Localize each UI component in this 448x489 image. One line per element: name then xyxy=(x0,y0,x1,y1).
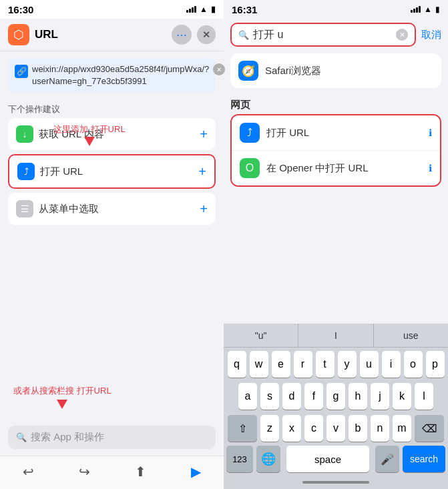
safari-icon: 🧭 xyxy=(238,61,258,81)
nav-forward-icon[interactable]: ↪ xyxy=(79,464,90,480)
action-icon-blue: ⤴ xyxy=(17,163,35,180)
key-i[interactable]: i xyxy=(382,351,401,378)
action-icon-green: ↓ xyxy=(16,125,33,143)
bottom-nav-left: ↩ ↪ ⬆ ▶ xyxy=(0,456,224,489)
action-icon-gray: ☰ xyxy=(16,200,33,217)
opener-label: 在 Opener 中打开 URL xyxy=(266,162,422,175)
key-row-1: q w e r t y u i o p xyxy=(224,348,448,380)
wifi-icon-right: ▲ xyxy=(424,5,432,14)
left-panel: 16:30 ▲ ▮ ⬡ URL ⋯ ✕ 🔗 weixin://app/wxd93… xyxy=(0,0,224,489)
opener-info-icon[interactable]: ℹ xyxy=(429,163,432,173)
key-l[interactable]: l xyxy=(415,383,433,410)
search-input-box[interactable]: 🔍 ✕ xyxy=(230,23,416,47)
key-x[interactable]: x xyxy=(282,415,301,442)
action-item-menu[interactable]: ☰ 从菜单中选取 + xyxy=(8,193,216,225)
bottom-annotation: 或者从搜索栏搜 打开URL xyxy=(13,385,111,409)
key-h[interactable]: h xyxy=(349,383,367,410)
add-menu-button[interactable]: + xyxy=(200,201,208,217)
suggestion-right[interactable]: use xyxy=(374,324,448,347)
web-section-header: 网页 xyxy=(224,92,448,114)
add-get-url-button[interactable]: + xyxy=(200,127,208,142)
key-v[interactable]: v xyxy=(326,415,345,442)
key-mic[interactable]: 🎤 xyxy=(375,446,399,472)
key-c[interactable]: c xyxy=(304,415,323,442)
key-j[interactable]: j xyxy=(371,383,389,410)
action-item-open-url[interactable]: ⤴ 打开 URL + xyxy=(8,154,216,189)
url-icon: 🔗 xyxy=(15,65,28,78)
bottom-annotation-text: 或者从搜索栏搜 打开URL xyxy=(13,385,111,397)
cancel-button[interactable]: 取消 xyxy=(421,29,441,41)
web-result-opener[interactable]: O 在 Opener 中打开 URL ℹ xyxy=(232,151,440,185)
signal-icon xyxy=(186,6,196,13)
url-text: weixin://app/wxd930ea5d5a258f4f/jumpWxa/… xyxy=(32,63,209,87)
key-row-2: a s d f g h j k l xyxy=(224,380,448,412)
search-icon-left: 🔍 xyxy=(16,432,27,442)
key-q[interactable]: q xyxy=(228,351,246,378)
section-label: 下个操作建议 xyxy=(0,99,224,118)
add-open-url-button[interactable]: + xyxy=(198,164,206,179)
key-s[interactable]: s xyxy=(260,383,279,410)
suggestion-mid[interactable]: I xyxy=(298,324,373,347)
key-z[interactable]: z xyxy=(260,415,279,442)
key-row-3: ⇧ z x c v b n m ⌫ xyxy=(224,412,448,444)
key-g[interactable]: g xyxy=(326,383,345,410)
url-box: 🔗 weixin://app/wxd930ea5d5a258f4f/jumpWx… xyxy=(8,58,216,93)
arrow-down-icon-2 xyxy=(57,400,67,409)
action-list: ↓ 获取 URL 内容 + ⤴ 打开 URL + ☰ 从菜单中选取 + xyxy=(8,118,216,229)
search-bar-left[interactable]: 🔍 搜索 App 和操作 xyxy=(8,426,216,449)
search-placeholder-left: 搜索 App 和操作 xyxy=(31,431,104,444)
close-button[interactable]: ✕ xyxy=(197,25,216,44)
web-result-open-url[interactable]: ⤴ 打开 URL ℹ xyxy=(232,115,440,151)
search-input[interactable] xyxy=(253,29,392,41)
key-n[interactable]: n xyxy=(371,415,389,442)
action-item-get-url[interactable]: ↓ 获取 URL 内容 + xyxy=(8,118,216,150)
signal-icon-right xyxy=(411,6,421,13)
key-space[interactable]: space xyxy=(286,446,369,472)
key-m[interactable]: m xyxy=(393,415,411,442)
key-y[interactable]: y xyxy=(338,351,357,378)
key-t[interactable]: t xyxy=(316,351,334,378)
key-emoji[interactable]: 🌐 xyxy=(256,446,280,472)
nav-bar-left: ⬡ URL ⋯ ✕ xyxy=(0,19,224,51)
key-a[interactable]: a xyxy=(238,383,257,410)
key-shift[interactable]: ⇧ xyxy=(228,415,257,442)
suggestion-left[interactable]: "u" xyxy=(224,324,298,347)
nav-share-icon[interactable]: ⬆ xyxy=(135,464,146,480)
open-url-info-icon[interactable]: ℹ xyxy=(429,127,432,138)
safari-result-section: 🧭 Safari浏览器 xyxy=(230,53,441,88)
opener-icon: O xyxy=(240,158,260,178)
nav-play-icon[interactable]: ▶ xyxy=(191,464,201,480)
time-right: 16:31 xyxy=(232,4,257,15)
nav-back-icon[interactable]: ↩ xyxy=(23,464,34,480)
open-url-label: 打开 URL xyxy=(266,127,422,139)
battery-icon: ▮ xyxy=(211,5,216,14)
key-b[interactable]: b xyxy=(349,415,367,442)
url-close-button[interactable]: ✕ xyxy=(213,63,225,75)
key-d[interactable]: d xyxy=(282,383,301,410)
clear-search-button[interactable]: ✕ xyxy=(396,29,408,41)
status-bar-left: 16:30 ▲ ▮ xyxy=(0,0,224,19)
key-f[interactable]: f xyxy=(304,383,323,410)
wifi-icon: ▲ xyxy=(200,5,208,14)
key-delete[interactable]: ⌫ xyxy=(415,415,444,442)
key-123[interactable]: 123 xyxy=(226,446,253,472)
key-e[interactable]: e xyxy=(272,351,290,378)
web-results-section: ⤴ 打开 URL ℹ O 在 Opener 中打开 URL ℹ xyxy=(230,114,441,187)
search-bar-right[interactable]: 🔍 ✕ 取消 xyxy=(230,23,441,47)
key-o[interactable]: o xyxy=(404,351,423,378)
key-r[interactable]: r xyxy=(294,351,312,378)
status-icons-left: ▲ ▮ xyxy=(186,5,216,14)
key-k[interactable]: k xyxy=(393,383,411,410)
settings-button[interactable]: ⋯ xyxy=(172,25,192,45)
right-panel: 16:31 ▲ ▮ 🔍 ✕ 取消 🧭 Safari浏览器 网页 ⤴ xyxy=(224,0,448,489)
open-url-icon: ⤴ xyxy=(240,123,260,143)
key-u[interactable]: u xyxy=(360,351,379,378)
key-w[interactable]: w xyxy=(250,351,268,378)
key-search[interactable]: search xyxy=(403,446,445,472)
action-label-menu: 从菜单中选取 xyxy=(39,203,194,215)
key-row-bottom: 123 🌐 space 🎤 search xyxy=(224,444,448,476)
safari-result-item[interactable]: 🧭 Safari浏览器 xyxy=(230,53,441,88)
key-p[interactable]: p xyxy=(426,351,445,378)
app-icon: ⬡ xyxy=(8,24,29,45)
action-label-get-url: 获取 URL 内容 xyxy=(39,128,194,141)
